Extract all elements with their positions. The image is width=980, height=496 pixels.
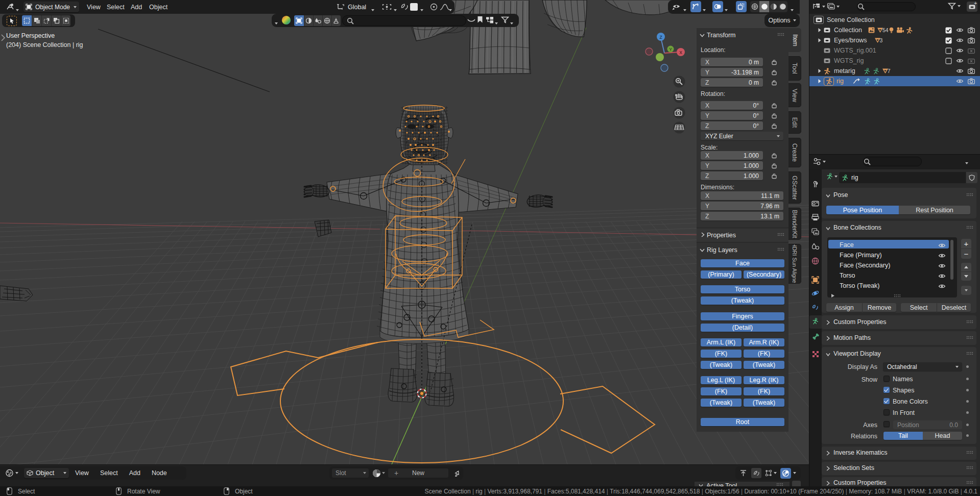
- svg-text:Y: Y: [669, 47, 672, 52]
- svg-text:Z: Z: [659, 35, 662, 40]
- svg-text:User Perspective: User Perspective: [6, 32, 55, 39]
- svg-text:(204) Scene Collection | rig: (204) Scene Collection | rig: [6, 41, 83, 48]
- svg-text:X: X: [679, 50, 682, 55]
